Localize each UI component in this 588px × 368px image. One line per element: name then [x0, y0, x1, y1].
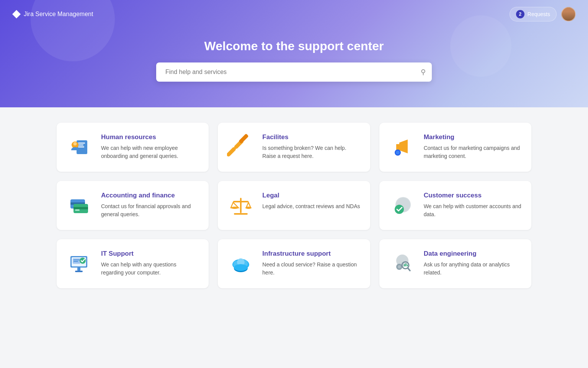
card-body-data: Data engineering Ask us for anything dat…: [424, 250, 522, 277]
svg-point-41: [398, 265, 401, 268]
main-content: Human resources We can help with new emp…: [26, 107, 562, 304]
card-desc-data: Ask us for anything data or analytics re…: [424, 261, 522, 277]
card-body-customer: Customer success We can help with custom…: [424, 192, 522, 219]
svg-point-5: [74, 142, 77, 146]
service-cards-grid: Human resources We can help with new emp…: [57, 123, 531, 288]
svg-point-37: [234, 264, 248, 271]
card-data-engineering[interactable]: Data engineering Ask us for anything dat…: [379, 239, 531, 288]
card-body-hr: Human resources We can help with new emp…: [101, 133, 199, 160]
card-desc-hr: We can help with new employee onboarding…: [101, 144, 199, 160]
svg-rect-17: [234, 213, 248, 215]
card-body-it: IT Support We can help with any question…: [101, 250, 199, 277]
svg-rect-46: [407, 264, 408, 266]
svg-point-10: [396, 151, 400, 154]
top-nav: Jira Service Management 2 Requests: [12, 0, 576, 28]
card-desc-facilities: Is something broken? We can help. Raise …: [262, 144, 361, 160]
card-accounting[interactable]: Accounting and finance Contact us for fi…: [57, 181, 209, 230]
card-icon-it: [66, 250, 93, 278]
card-legal[interactable]: Legal Legal advice, contract reviews and…: [218, 181, 370, 230]
svg-rect-28: [74, 261, 78, 262]
card-title-data: Data engineering: [424, 250, 522, 258]
card-icon-hr: [66, 133, 93, 161]
svg-line-43: [408, 268, 410, 271]
card-icon-marketing: [389, 133, 416, 161]
search-bar: ⚲: [156, 62, 432, 82]
card-icon-data: [389, 250, 416, 278]
svg-rect-18: [233, 201, 248, 202]
card-icon-facilities: [227, 133, 255, 161]
card-body-infrastructure: Infrastructure support Need a cloud serv…: [262, 250, 361, 277]
card-facilities[interactable]: Facilites Is something broken? We can he…: [218, 123, 370, 172]
card-body-marketing: Marketing Contact us for marketing campa…: [424, 133, 522, 160]
card-human-resources[interactable]: Human resources We can help with new emp…: [57, 123, 209, 172]
card-icon-customer: [389, 192, 416, 219]
logo[interactable]: Jira Service Management: [12, 10, 93, 18]
jira-logo-icon: [12, 10, 21, 18]
card-infrastructure[interactable]: Infrastructure support Need a cloud serv…: [218, 239, 370, 288]
card-body-facilities: Facilites Is something broken? We can he…: [262, 133, 361, 160]
avatar[interactable]: [561, 7, 576, 21]
svg-rect-7: [227, 146, 237, 157]
card-title-facilities: Facilites: [262, 133, 361, 141]
hero-title: Welcome to the support center: [204, 39, 384, 53]
card-title-marketing: Marketing: [424, 133, 522, 141]
card-title-legal: Legal: [262, 192, 361, 199]
card-body-accounting: Accounting and finance Contact us for fi…: [101, 192, 199, 219]
card-icon-legal: [227, 192, 255, 219]
svg-rect-45: [405, 263, 407, 266]
card-icon-infrastructure: [227, 250, 255, 278]
avatar-image: [562, 8, 575, 21]
card-title-accounting: Accounting and finance: [101, 192, 199, 199]
svg-rect-15: [75, 209, 80, 211]
card-desc-legal: Legal advice, contract reviews and NDAs: [262, 202, 361, 210]
svg-point-20: [245, 207, 252, 209]
card-title-hr: Human resources: [101, 133, 199, 141]
requests-badge: 2: [516, 10, 524, 18]
card-customer-success[interactable]: Customer success We can help with custom…: [379, 181, 531, 230]
svg-rect-3: [78, 146, 84, 148]
card-desc-infrastructure: Need a cloud service? Raise a question h…: [262, 261, 361, 277]
card-desc-marketing: Contact us for marketing campaigns and m…: [424, 144, 522, 160]
svg-rect-8: [238, 133, 249, 144]
svg-rect-30: [77, 268, 80, 271]
card-body-legal: Legal Legal advice, contract reviews and…: [262, 192, 361, 210]
svg-point-19: [231, 207, 238, 209]
card-icon-accounting: [66, 192, 93, 219]
svg-rect-2: [78, 145, 83, 146]
hero-section: Welcome to the support center ⚲: [12, 28, 576, 82]
card-marketing[interactable]: Marketing Contact us for marketing campa…: [379, 123, 531, 172]
card-title-customer: Customer success: [424, 192, 522, 199]
svg-rect-14: [74, 207, 88, 209]
search-input[interactable]: [162, 62, 421, 82]
logo-text: Jira Service Management: [24, 11, 93, 18]
nav-right: 2 Requests: [510, 7, 576, 21]
svg-rect-27: [74, 260, 80, 260]
svg-rect-31: [75, 271, 83, 272]
card-it-support[interactable]: IT Support We can help with any question…: [57, 239, 209, 288]
search-icon[interactable]: ⚲: [421, 68, 426, 76]
card-desc-accounting: Contact us for financial approvals and g…: [101, 202, 199, 219]
card-desc-customer: We can help with customer accounts and d…: [424, 202, 522, 219]
card-desc-it: We can help with any questions regarding…: [101, 261, 199, 277]
card-title-it: IT Support: [101, 250, 199, 258]
requests-label: Requests: [528, 11, 550, 17]
requests-button[interactable]: 2 Requests: [510, 7, 557, 21]
svg-rect-1: [78, 143, 85, 144]
svg-rect-16: [240, 198, 242, 213]
card-title-infrastructure: Infrastructure support: [262, 250, 361, 258]
svg-rect-44: [404, 264, 405, 266]
